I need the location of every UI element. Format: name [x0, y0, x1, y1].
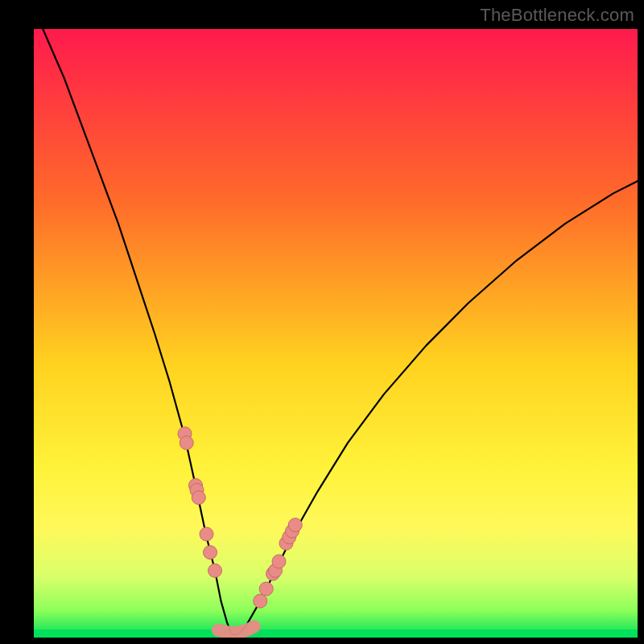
watermark-label: TheBottleneck.com [480, 5, 634, 26]
gradient-background [34, 29, 638, 638]
data-point [200, 527, 213, 541]
data-point [204, 546, 217, 559]
data-point [254, 594, 267, 608]
data-point [272, 555, 286, 568]
plot-area [34, 29, 638, 638]
green-floor [34, 630, 638, 638]
data-point [180, 436, 193, 450]
chart-frame: TheBottleneck.com [0, 0, 644, 644]
valley-band [218, 626, 254, 633]
data-point [208, 564, 222, 577]
data-point [288, 518, 302, 532]
chart-svg [34, 29, 638, 638]
data-point [259, 582, 273, 596]
data-point [192, 491, 205, 505]
